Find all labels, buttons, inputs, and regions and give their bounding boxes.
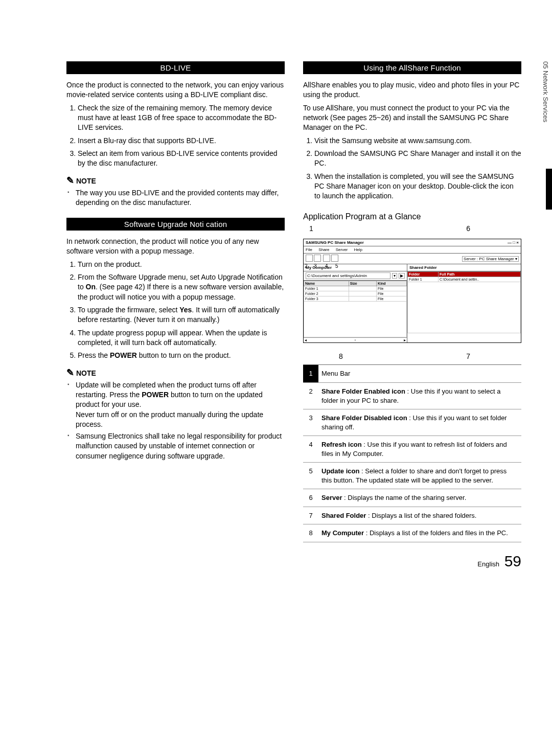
- footer-lang: English: [477, 560, 499, 568]
- bold-power: POWER: [142, 391, 169, 399]
- note-heading: ✎NOTE: [66, 367, 285, 378]
- update-icon: [331, 255, 338, 262]
- callout-8: 8: [339, 352, 343, 360]
- share-disabled-icon: [314, 255, 321, 262]
- desc-row: 8My Computer : Displays a list of the fo…: [303, 524, 521, 542]
- footer-page: 59: [504, 553, 521, 569]
- note-icon: ✎: [66, 368, 74, 378]
- step: The update progress popup will appear. W…: [78, 328, 285, 348]
- desc-row: 1Menu Bar: [303, 365, 521, 383]
- step: Turn on the product.: [78, 260, 285, 269]
- step: Press the POWER button to turn on the pr…: [78, 351, 285, 360]
- right-table: FolderFull Path Folder 1C:\Document and …: [407, 271, 521, 333]
- allshare-setup: To use AllShare, you must connect the pr…: [303, 103, 521, 133]
- left-table: NameSizeKind Folder 1File Folder 2File F…: [304, 281, 407, 337]
- bdlive-steps: Check the size of the remaining memory. …: [66, 103, 285, 169]
- bold-yes: Yes: [179, 306, 192, 314]
- note-heading: ✎NOTE: [66, 175, 285, 186]
- app-diagram-wrap: 1 6 8 7 SAMSUNG PC Share Manager — □ × F…: [303, 225, 521, 359]
- path-row: C:\Document and settings\Admin ▾ ▶: [304, 271, 407, 281]
- right-pane-title: Shared Folder: [407, 264, 521, 271]
- col-name: Name: [304, 281, 349, 286]
- note-label: NOTE: [76, 177, 96, 185]
- table-row: Folder 1File: [304, 286, 407, 291]
- note-label: NOTE: [76, 369, 96, 377]
- desc-text: Shared Folder : Displays a list of the s…: [318, 507, 521, 524]
- desc-num: 8: [303, 524, 318, 542]
- step: When the installation is completed, you …: [314, 172, 521, 201]
- app-body: My Computer C:\Document and settings\Adm…: [304, 264, 521, 342]
- server-label: Server : PC Share Manager ▾: [462, 256, 519, 262]
- desc-num: 6: [303, 489, 318, 507]
- toolbar-icons: [306, 255, 339, 263]
- menu-file: File: [306, 247, 312, 252]
- desc-row: 5Update icon : Select a folder to share …: [303, 463, 521, 489]
- desc-num: 2: [303, 382, 318, 409]
- desc-row: 6Server : Displays the name of the shari…: [303, 489, 521, 507]
- software-steps: Turn on the product. From the Software U…: [66, 260, 285, 361]
- desc-text: Update icon : Select a folder to share a…: [318, 463, 521, 489]
- dropdown-icon: ▾: [392, 273, 397, 279]
- side-black-tab: [546, 169, 552, 210]
- two-column-layout: BD-LIVE Once the product is connected to…: [66, 51, 521, 542]
- desc-num: 4: [303, 436, 318, 463]
- allshare-steps: Visit the Samsung website at www.samsung…: [303, 136, 521, 201]
- step: Select an item from various BD-LIVE serv…: [78, 149, 285, 169]
- refresh-icon: [323, 255, 330, 262]
- sub-3: 3: [314, 263, 317, 269]
- left-pane-title: My Computer: [304, 264, 407, 271]
- table-row: Folder 3File: [304, 296, 407, 302]
- desc-num: 7: [303, 507, 318, 524]
- menu-server: Server: [336, 247, 348, 252]
- heading-bdlive: BD-LIVE: [66, 61, 285, 74]
- share-enabled-icon: [306, 255, 313, 262]
- side-tab: 05 Network Services: [542, 61, 549, 122]
- step: Visit the Samsung website at www.samsung…: [314, 136, 521, 146]
- bold-on: On: [86, 283, 96, 291]
- description-table: 1Menu Bar 2Share Folder Enabled icon : U…: [303, 364, 521, 542]
- step: Download the SAMSUNG PC Share Manager an…: [314, 149, 521, 169]
- app-window: SAMSUNG PC Share Manager — □ × File Shar…: [303, 239, 521, 343]
- right-pane: Shared Folder FolderFull Path Folder 1C:…: [407, 264, 521, 342]
- path-text: C:\Document and settings\Admin: [306, 272, 390, 279]
- step: Insert a Blu-ray disc that supports BD-L…: [78, 136, 285, 146]
- scrollbar: ◂▫▸: [304, 337, 407, 342]
- desc-row: 7Shared Folder : Displays a list of the …: [303, 507, 521, 524]
- bdlive-intro: Once the product is connected to the net…: [66, 80, 285, 100]
- menu-share: Share: [318, 247, 329, 252]
- col-size: Size: [349, 281, 376, 286]
- page-footer: English 59: [66, 553, 521, 570]
- app-title-text: SAMSUNG PC Share Manager: [306, 240, 364, 245]
- step: Check the size of the remaining memory. …: [78, 103, 285, 133]
- desc-row: 3Share Folder Disabled icon : Use this i…: [303, 409, 521, 436]
- app-menubar: File Share Server Help: [304, 246, 521, 254]
- table-row: Folder 1C:\Document and settin..: [407, 277, 520, 282]
- left-column: BD-LIVE Once the product is connected to…: [66, 51, 285, 542]
- app-toolbar: 2 3 4 5 Server : PC Share Manager ▾: [304, 254, 521, 264]
- heading-allshare: Using the AllShare Function: [303, 61, 521, 74]
- callout-7: 7: [466, 352, 470, 360]
- desc-num: 1: [303, 365, 318, 383]
- desc-text: Refresh icon : Use this if you want to r…: [318, 436, 521, 463]
- menu-help: Help: [354, 247, 362, 252]
- desc-num: 3: [303, 409, 318, 436]
- sub-4: 4: [325, 263, 328, 269]
- col-kind: Kind: [377, 281, 407, 286]
- go-icon: ▶: [399, 273, 405, 279]
- heading-software: Software Upgrade Noti cation: [66, 218, 285, 231]
- subheading-app: Application Program at a Glance: [303, 212, 521, 221]
- sub-2: 2: [305, 263, 308, 269]
- right-column: Using the AllShare Function AllShare ena…: [303, 51, 521, 542]
- software-intro: In network connection, the product will …: [66, 237, 285, 257]
- col-fullpath: Full Path: [439, 272, 521, 277]
- note-list: The way you use BD-LIVE and the provided…: [66, 188, 285, 208]
- callout-1: 1: [309, 224, 313, 233]
- table-row: Folder 2File: [304, 291, 407, 296]
- note-icon: ✎: [66, 175, 74, 186]
- desc-text: My Computer : Displays a list of the fol…: [318, 524, 521, 542]
- allshare-intro: AllShare enables you to play music, vide…: [303, 80, 521, 100]
- desc-text: Menu Bar: [318, 365, 521, 383]
- callout-6: 6: [466, 224, 470, 233]
- left-pane: My Computer C:\Document and settings\Adm…: [304, 264, 407, 342]
- desc-row: 2Share Folder Enabled icon : Use this if…: [303, 382, 521, 409]
